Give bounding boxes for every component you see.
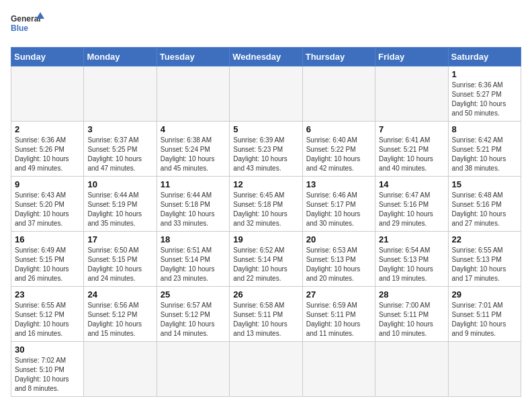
calendar-cell <box>84 342 157 397</box>
day-number: 10 <box>87 179 152 189</box>
calendar-cell: 23Sunrise: 6:55 AM Sunset: 5:12 PM Dayli… <box>11 287 84 342</box>
day-number: 26 <box>233 289 298 300</box>
day-number: 23 <box>15 289 80 300</box>
day-info: Sunrise: 6:38 AM Sunset: 5:24 PM Dayligh… <box>161 136 226 173</box>
dow-header-sunday: Sunday <box>11 48 84 66</box>
calendar-cell: 10Sunrise: 6:44 AM Sunset: 5:19 PM Dayli… <box>84 177 157 232</box>
calendar-cell: 2Sunrise: 6:36 AM Sunset: 5:26 PM Daylig… <box>11 122 84 177</box>
day-number: 7 <box>379 124 444 134</box>
day-info: Sunrise: 6:52 AM Sunset: 5:14 PM Dayligh… <box>233 246 298 283</box>
calendar-body: 1Sunrise: 6:36 AM Sunset: 5:27 PM Daylig… <box>11 66 521 397</box>
day-info: Sunrise: 6:56 AM Sunset: 5:12 PM Dayligh… <box>87 301 152 338</box>
day-number: 27 <box>306 289 371 300</box>
day-number: 8 <box>452 124 517 134</box>
calendar-cell <box>230 342 302 397</box>
day-number: 13 <box>306 179 371 189</box>
calendar-cell: 15Sunrise: 6:48 AM Sunset: 5:16 PM Dayli… <box>448 177 521 232</box>
calendar-cell <box>230 66 302 122</box>
calendar-cell: 7Sunrise: 6:41 AM Sunset: 5:21 PM Daylig… <box>375 122 448 177</box>
day-number: 9 <box>15 179 80 189</box>
calendar-cell: 4Sunrise: 6:38 AM Sunset: 5:24 PM Daylig… <box>157 122 229 177</box>
logo: General Blue <box>11 11 44 39</box>
dow-header-thursday: Thursday <box>302 48 375 66</box>
day-info: Sunrise: 6:45 AM Sunset: 5:18 PM Dayligh… <box>233 191 298 228</box>
calendar-cell: 27Sunrise: 6:59 AM Sunset: 5:11 PM Dayli… <box>302 287 375 342</box>
dow-header-friday: Friday <box>375 48 448 66</box>
calendar-cell <box>84 66 157 122</box>
calendar-week-1: 1Sunrise: 6:36 AM Sunset: 5:27 PM Daylig… <box>11 66 521 122</box>
calendar-cell: 24Sunrise: 6:56 AM Sunset: 5:12 PM Dayli… <box>84 287 157 342</box>
day-info: Sunrise: 6:44 AM Sunset: 5:19 PM Dayligh… <box>87 191 152 228</box>
day-info: Sunrise: 6:50 AM Sunset: 5:15 PM Dayligh… <box>87 246 152 283</box>
day-info: Sunrise: 6:36 AM Sunset: 5:26 PM Dayligh… <box>15 136 80 173</box>
day-number: 25 <box>161 289 226 300</box>
day-info: Sunrise: 6:47 AM Sunset: 5:16 PM Dayligh… <box>379 191 444 228</box>
calendar-cell: 18Sunrise: 6:51 AM Sunset: 5:14 PM Dayli… <box>157 232 229 287</box>
calendar-week-4: 16Sunrise: 6:49 AM Sunset: 5:15 PM Dayli… <box>11 232 521 287</box>
calendar-cell: 16Sunrise: 6:49 AM Sunset: 5:15 PM Dayli… <box>11 232 84 287</box>
day-number: 15 <box>452 179 517 189</box>
calendar-cell: 17Sunrise: 6:50 AM Sunset: 5:15 PM Dayli… <box>84 232 157 287</box>
day-info: Sunrise: 6:55 AM Sunset: 5:13 PM Dayligh… <box>452 246 517 283</box>
day-number: 5 <box>233 124 298 134</box>
dow-header-wednesday: Wednesday <box>230 48 302 66</box>
calendar-cell <box>375 66 448 122</box>
day-info: Sunrise: 6:57 AM Sunset: 5:12 PM Dayligh… <box>161 301 226 338</box>
calendar-cell: 20Sunrise: 6:53 AM Sunset: 5:13 PM Dayli… <box>302 232 375 287</box>
calendar-cell: 3Sunrise: 6:37 AM Sunset: 5:25 PM Daylig… <box>84 122 157 177</box>
calendar-cell <box>302 66 375 122</box>
day-number: 2 <box>15 124 80 134</box>
calendar-cell: 22Sunrise: 6:55 AM Sunset: 5:13 PM Dayli… <box>448 232 521 287</box>
day-info: Sunrise: 7:02 AM Sunset: 5:10 PM Dayligh… <box>15 356 80 394</box>
day-info: Sunrise: 6:58 AM Sunset: 5:11 PM Dayligh… <box>233 301 298 338</box>
calendar-week-6: 30Sunrise: 7:02 AM Sunset: 5:10 PM Dayli… <box>11 342 521 397</box>
day-number: 17 <box>87 234 152 244</box>
day-info: Sunrise: 6:39 AM Sunset: 5:23 PM Dayligh… <box>233 136 298 173</box>
calendar-cell <box>157 66 229 122</box>
calendar-cell: 14Sunrise: 6:47 AM Sunset: 5:16 PM Dayli… <box>375 177 448 232</box>
day-info: Sunrise: 6:41 AM Sunset: 5:21 PM Dayligh… <box>379 136 444 173</box>
calendar-cell: 30Sunrise: 7:02 AM Sunset: 5:10 PM Dayli… <box>11 342 84 397</box>
day-number: 19 <box>233 234 298 244</box>
day-info: Sunrise: 6:36 AM Sunset: 5:27 PM Dayligh… <box>452 81 517 118</box>
svg-text:Blue: Blue <box>11 24 28 33</box>
day-number: 12 <box>233 179 298 189</box>
calendar-table: SundayMondayTuesdayWednesdayThursdayFrid… <box>11 47 521 397</box>
day-info: Sunrise: 6:49 AM Sunset: 5:15 PM Dayligh… <box>15 246 80 283</box>
day-info: Sunrise: 6:44 AM Sunset: 5:18 PM Dayligh… <box>161 191 226 228</box>
day-number: 16 <box>15 234 80 244</box>
calendar-cell: 5Sunrise: 6:39 AM Sunset: 5:23 PM Daylig… <box>230 122 302 177</box>
day-info: Sunrise: 7:01 AM Sunset: 5:11 PM Dayligh… <box>452 301 517 338</box>
calendar-week-5: 23Sunrise: 6:55 AM Sunset: 5:12 PM Dayli… <box>11 287 521 342</box>
calendar-cell: 8Sunrise: 6:42 AM Sunset: 5:21 PM Daylig… <box>448 122 521 177</box>
day-number: 1 <box>452 69 517 79</box>
calendar-cell: 1Sunrise: 6:36 AM Sunset: 5:27 PM Daylig… <box>448 66 521 122</box>
day-number: 18 <box>161 234 226 244</box>
day-info: Sunrise: 6:46 AM Sunset: 5:17 PM Dayligh… <box>306 191 371 228</box>
calendar-cell: 9Sunrise: 6:43 AM Sunset: 5:20 PM Daylig… <box>11 177 84 232</box>
calendar-cell: 19Sunrise: 6:52 AM Sunset: 5:14 PM Dayli… <box>230 232 302 287</box>
calendar-cell <box>375 342 448 397</box>
day-number: 4 <box>161 124 226 134</box>
calendar-cell <box>11 66 84 122</box>
day-number: 29 <box>452 289 517 300</box>
calendar-cell: 12Sunrise: 6:45 AM Sunset: 5:18 PM Dayli… <box>230 177 302 232</box>
calendar-cell: 6Sunrise: 6:40 AM Sunset: 5:22 PM Daylig… <box>302 122 375 177</box>
calendar-cell: 28Sunrise: 7:00 AM Sunset: 5:11 PM Dayli… <box>375 287 448 342</box>
day-number: 6 <box>306 124 371 134</box>
dow-header-tuesday: Tuesday <box>157 48 229 66</box>
day-number: 30 <box>15 345 80 355</box>
calendar-cell <box>302 342 375 397</box>
day-info: Sunrise: 6:55 AM Sunset: 5:12 PM Dayligh… <box>15 301 80 338</box>
day-info: Sunrise: 6:37 AM Sunset: 5:25 PM Dayligh… <box>87 136 152 173</box>
day-number: 22 <box>452 234 517 244</box>
day-info: Sunrise: 6:51 AM Sunset: 5:14 PM Dayligh… <box>161 246 226 283</box>
days-of-week-row: SundayMondayTuesdayWednesdayThursdayFrid… <box>11 48 521 66</box>
calendar-cell <box>157 342 229 397</box>
day-number: 20 <box>306 234 371 244</box>
day-info: Sunrise: 6:48 AM Sunset: 5:16 PM Dayligh… <box>452 191 517 228</box>
calendar-cell <box>448 342 521 397</box>
day-info: Sunrise: 6:54 AM Sunset: 5:13 PM Dayligh… <box>379 246 444 283</box>
calendar-cell: 26Sunrise: 6:58 AM Sunset: 5:11 PM Dayli… <box>230 287 302 342</box>
day-number: 11 <box>161 179 226 189</box>
